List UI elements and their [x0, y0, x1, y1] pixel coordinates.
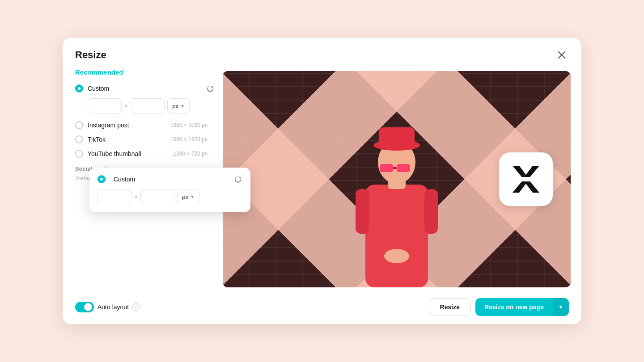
auto-layout-row: Auto layout i	[75, 302, 140, 312]
unit-selector[interactable]: px ▼	[167, 98, 190, 114]
height-input[interactable]: 3621	[131, 98, 165, 114]
person-svg	[352, 95, 441, 287]
floating-custom-card: Custom 2716 × 3621 px ▼	[89, 168, 250, 212]
info-icon[interactable]: i	[132, 303, 140, 311]
floating-reset-icon[interactable]	[233, 175, 242, 184]
instagram-radio[interactable]	[75, 121, 83, 129]
resize-new-page-dropdown-button[interactable]: ▼	[553, 298, 569, 316]
modal-footer: Auto layout i Resize Resize on new page …	[63, 292, 581, 324]
floating-dimension-separator: ×	[134, 193, 138, 200]
person-figure	[347, 71, 446, 287]
youtube-thumbnail-option[interactable]: YouTube thumbnail 1280 × 720 px	[75, 147, 215, 161]
resize-button[interactable]: Resize	[429, 298, 471, 316]
svg-rect-9	[393, 167, 397, 169]
chevron-down-icon: ▼	[180, 104, 185, 109]
tiktok-size: 1080 × 1920 px	[170, 136, 215, 143]
svg-rect-7	[380, 164, 393, 172]
image-container	[223, 71, 571, 287]
svg-rect-10	[356, 189, 369, 234]
instagram-post-size: 1080 × 1080 px	[170, 122, 215, 128]
youtube-thumbnail-label: YouTube thumbnail	[88, 150, 174, 157]
resize-new-page-group: Resize on new page ▼	[475, 298, 569, 316]
footer-buttons: Resize Resize on new page ▼	[429, 298, 569, 316]
svg-rect-2	[365, 185, 428, 287]
dimension-inputs: 2716 × 3621 px ▼	[88, 98, 215, 114]
tiktok-radio[interactable]	[75, 135, 83, 143]
auto-layout-toggle[interactable]	[75, 302, 94, 312]
auto-layout-label: Auto layout	[97, 303, 129, 311]
recommended-section-label: Recommended	[75, 68, 215, 76]
capcut-icon	[508, 161, 544, 197]
svg-rect-6	[379, 127, 415, 147]
youtube-thumbnail-size: 1280 × 720 px	[174, 151, 215, 157]
close-icon	[558, 51, 566, 59]
resize-modal: Resize Recommended Custom	[63, 38, 581, 324]
svg-rect-13	[512, 177, 540, 181]
floating-dimension-inputs: 2716 × 3621 px ▼	[97, 189, 242, 204]
custom-option-label: Custom	[88, 85, 206, 92]
instagram-post-label: Instagram post	[88, 122, 170, 129]
dropdown-chevron-icon: ▼	[558, 304, 564, 310]
right-panel	[215, 67, 581, 292]
photo-background	[223, 71, 571, 287]
modal-body: Recommended Custom 2716 × 3621 px	[63, 67, 581, 292]
dimension-separator: ×	[124, 102, 128, 109]
modal-header: Resize	[63, 38, 581, 67]
floating-custom-label: Custom	[114, 176, 135, 183]
width-input[interactable]: 2716	[88, 98, 122, 114]
svg-rect-8	[397, 164, 410, 172]
floating-custom-header: Custom	[97, 175, 242, 184]
close-button[interactable]	[555, 48, 569, 62]
custom-option-row[interactable]: Custom	[75, 81, 215, 96]
floating-width-input[interactable]: 2716	[97, 189, 131, 204]
floating-custom-radio[interactable]	[97, 175, 106, 183]
custom-radio[interactable]	[75, 84, 83, 93]
svg-point-12	[384, 249, 409, 263]
reset-icon[interactable]	[206, 84, 215, 93]
floating-chevron-down-icon: ▼	[190, 194, 195, 199]
tiktok-option[interactable]: TikTok 1080 × 1920 px	[75, 132, 215, 147]
capcut-logo	[499, 152, 553, 206]
modal-title: Resize	[75, 49, 106, 61]
unit-label: px	[172, 103, 178, 109]
floating-unit-label: px	[182, 194, 188, 200]
instagram-post-option[interactable]: Instagram post 1080 × 1080 px	[75, 118, 215, 132]
svg-rect-11	[424, 189, 438, 234]
floating-unit-selector[interactable]: px ▼	[177, 189, 199, 204]
resize-new-page-button[interactable]: Resize on new page	[475, 298, 553, 316]
tiktok-label: TikTok	[88, 136, 170, 143]
floating-height-input[interactable]: 3621	[140, 189, 174, 204]
youtube-radio[interactable]	[75, 150, 83, 158]
toggle-thumb	[84, 303, 92, 311]
floating-custom-label-row: Custom	[97, 175, 135, 183]
